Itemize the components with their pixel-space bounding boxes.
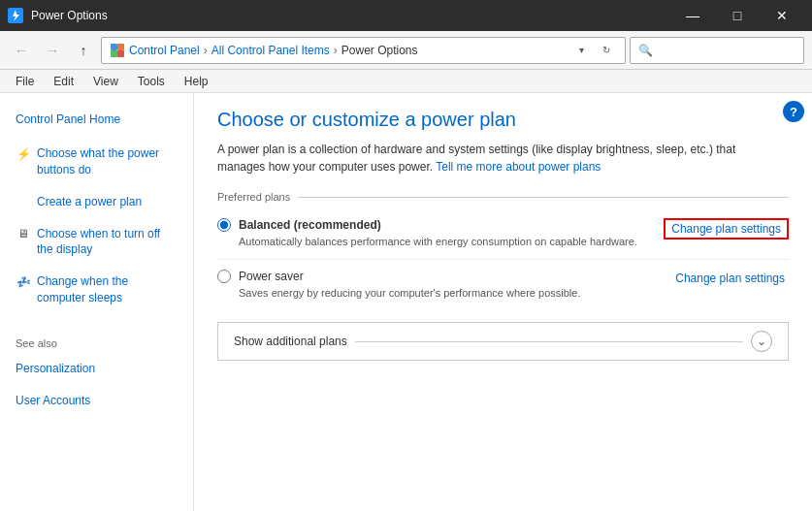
plan-power-saver: Power saver Saves energy by reducing you… bbox=[217, 260, 789, 310]
app-icon bbox=[8, 8, 23, 23]
minimize-button[interactable]: — bbox=[670, 0, 715, 31]
search-box[interactable]: 🔍 bbox=[630, 37, 804, 64]
menu-file[interactable]: File bbox=[8, 73, 42, 90]
display-icon: 🖥 bbox=[16, 227, 31, 242]
sidebar-control-panel-home[interactable]: Control Panel Home bbox=[8, 109, 185, 130]
sidebar-item-power-buttons[interactable]: ⚡ Choose what the power buttons do bbox=[8, 142, 185, 182]
plan-power-saver-radio[interactable] bbox=[217, 270, 231, 283]
sidebar-user-accounts[interactable]: User Accounts bbox=[16, 389, 178, 413]
sidebar: Control Panel Home ⚡ Choose what the pow… bbox=[0, 93, 194, 511]
more-about-power-plans-link[interactable]: Tell me more about power plans bbox=[436, 160, 601, 174]
change-plan-power-saver-link[interactable]: Change plan settings bbox=[671, 270, 789, 287]
plan-balanced-radio[interactable] bbox=[217, 218, 231, 232]
additional-plans-divider bbox=[355, 341, 743, 342]
back-button[interactable]: ← bbox=[8, 37, 35, 64]
breadcrumb-current: Power Options bbox=[341, 44, 418, 57]
menu-view[interactable]: View bbox=[85, 73, 126, 90]
titlebar: Power Options — □ ✕ bbox=[0, 0, 812, 31]
menu-help[interactable]: Help bbox=[177, 73, 216, 90]
create-plan-icon bbox=[16, 195, 31, 210]
menubar: File Edit View Tools Help bbox=[0, 70, 812, 93]
addressbar: ← → ↑ Control Panel › All Control Panel … bbox=[0, 31, 812, 70]
sleep-icon: 💤 bbox=[16, 274, 31, 290]
plan-balanced-desc: Automatically balances performance with … bbox=[239, 236, 637, 247]
show-additional-plans-label: Show additional plans bbox=[234, 335, 347, 348]
svg-rect-3 bbox=[111, 50, 117, 57]
help-button[interactable]: ? bbox=[783, 101, 804, 122]
address-dropdown-button[interactable]: ▾ bbox=[570, 40, 592, 61]
address-chevron: ▾ ↻ bbox=[570, 40, 617, 61]
plan-power-saver-radio-row: Power saver bbox=[217, 270, 580, 283]
window-controls: — □ ✕ bbox=[670, 0, 804, 31]
power-buttons-icon: ⚡ bbox=[16, 146, 31, 162]
sidebar-item-create-plan[interactable]: Create a power plan bbox=[8, 190, 185, 214]
plan-balanced-left: Balanced (recommended) Automatically bal… bbox=[217, 218, 637, 247]
change-plan-balanced-link[interactable]: Change plan settings bbox=[664, 218, 789, 240]
menu-edit[interactable]: Edit bbox=[46, 73, 81, 90]
plan-power-saver-name: Power saver bbox=[239, 270, 304, 283]
refresh-button[interactable]: ↻ bbox=[596, 40, 617, 61]
sidebar-item-sleep[interactable]: 💤 Change when the computer sleeps bbox=[8, 270, 185, 310]
plan-balanced: Balanced (recommended) Automatically bal… bbox=[217, 208, 789, 260]
svg-rect-2 bbox=[117, 44, 124, 50]
preferred-plans-header-row: Preferred plans bbox=[217, 191, 789, 203]
main-layout: Control Panel Home ⚡ Choose what the pow… bbox=[0, 93, 812, 511]
forward-button[interactable]: → bbox=[39, 37, 66, 64]
search-icon: 🔍 bbox=[638, 44, 653, 57]
breadcrumb-all-items[interactable]: All Control Panel Items bbox=[211, 44, 330, 57]
plan-power-saver-left: Power saver Saves energy by reducing you… bbox=[217, 270, 580, 299]
sidebar-item-turn-off-display[interactable]: 🖥 Choose when to turn off the display bbox=[8, 222, 185, 263]
svg-rect-1 bbox=[111, 44, 117, 50]
show-additional-plans-toggle[interactable]: Show additional plans ⌄ bbox=[217, 322, 789, 361]
close-button[interactable]: ✕ bbox=[760, 0, 804, 31]
content-description: A power plan is a collection of hardware… bbox=[217, 141, 780, 176]
svg-rect-4 bbox=[117, 50, 124, 57]
preferred-plans-label: Preferred plans bbox=[217, 191, 290, 203]
plan-power-saver-desc: Saves energy by reducing your computer's… bbox=[239, 287, 580, 299]
plan-balanced-radio-row: Balanced (recommended) bbox=[217, 218, 637, 232]
sidebar-see-also-section: See also Personalization User Accounts bbox=[8, 337, 185, 421]
address-box: Control Panel › All Control Panel Items … bbox=[101, 37, 626, 64]
preferred-plans-container: Preferred plans Balanced (recommended) A… bbox=[217, 191, 789, 310]
breadcrumb-control-panel[interactable]: Control Panel bbox=[129, 44, 200, 57]
see-also-label: See also bbox=[16, 337, 178, 349]
preferred-plans-divider bbox=[298, 197, 789, 198]
plan-balanced-name: Balanced (recommended) bbox=[239, 218, 381, 232]
additional-plans-chevron: ⌄ bbox=[751, 331, 772, 352]
up-button[interactable]: ↑ bbox=[70, 37, 97, 64]
menu-tools[interactable]: Tools bbox=[130, 73, 173, 90]
window-title: Power Options bbox=[31, 9, 670, 22]
maximize-button[interactable]: □ bbox=[715, 0, 760, 31]
content-area: ? Choose or customize a power plan A pow… bbox=[194, 93, 812, 511]
page-title: Choose or customize a power plan bbox=[217, 109, 789, 131]
control-panel-icon bbox=[110, 43, 125, 58]
sidebar-personalization[interactable]: Personalization bbox=[16, 357, 178, 381]
